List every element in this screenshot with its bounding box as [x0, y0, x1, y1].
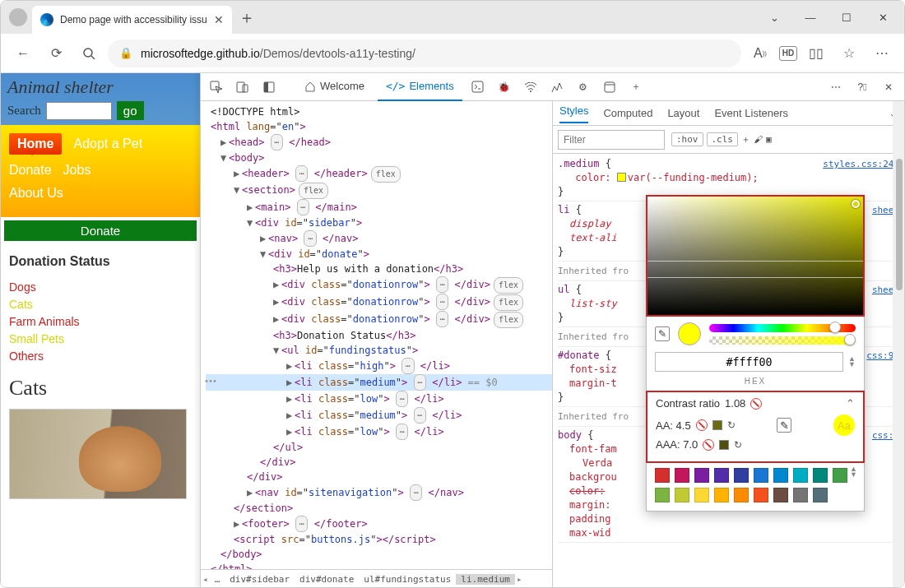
funding-small[interactable]: Small Pets — [9, 332, 192, 345]
chevron-up-icon[interactable]: ⌃ — [846, 397, 855, 410]
funding-others[interactable]: Others — [9, 350, 192, 363]
hex-input[interactable] — [655, 352, 843, 372]
contrast-section: Contrast ratio 1.08 ⌃ AA: 4.5 ↻ ✎ Aa — [646, 391, 865, 463]
browser-tab[interactable]: Demo page with accessibility issu ✕ — [32, 6, 232, 34]
palette-swatch[interactable] — [655, 488, 670, 502]
fail-icon — [696, 419, 708, 431]
bug-icon[interactable]: 🐞 — [494, 76, 515, 98]
more-tabs-icon[interactable]: ＋ — [625, 76, 647, 98]
nav-donate[interactable]: Donate — [9, 163, 52, 178]
settings-gear-icon[interactable]: ⚙ — [573, 76, 594, 98]
profile-button[interactable] — [4, 6, 32, 29]
reload-icon[interactable]: ↻ — [734, 439, 742, 451]
network-icon[interactable] — [520, 76, 541, 98]
site-nav: Home Adopt a Pet Donate Jobs About Us — [1, 125, 200, 217]
app-icon[interactable] — [599, 76, 620, 98]
overflow-icon[interactable]: ⋯ — [825, 76, 847, 98]
paint-icon[interactable]: 🖌 — [754, 134, 763, 145]
donate-button[interactable]: Donate — [4, 220, 197, 241]
performance-icon[interactable] — [546, 76, 568, 98]
close-window-button[interactable]: ✕ — [865, 4, 901, 30]
hue-slider[interactable] — [709, 324, 856, 332]
palette-swatch[interactable] — [754, 488, 768, 502]
close-tab-icon[interactable]: ✕ — [214, 13, 224, 26]
palette-swatch[interactable] — [793, 488, 808, 502]
inspect-icon[interactable] — [206, 76, 227, 98]
nav-about[interactable]: About Us — [9, 186, 63, 201]
search-input[interactable] — [46, 102, 112, 120]
scrollbar[interactable] — [893, 101, 904, 588]
url-field[interactable]: 🔒 microsoftedge.github.io/Demos/devtools… — [108, 39, 741, 67]
eyedropper-icon[interactable]: ✎ — [777, 418, 791, 433]
alpha-slider[interactable] — [709, 336, 856, 345]
hov-toggle[interactable]: :hov — [671, 132, 703, 146]
palette-swatch[interactable] — [734, 488, 749, 502]
tabs-dropdown-icon[interactable]: ⌄ — [756, 4, 792, 30]
funding-dogs[interactable]: Dogs — [9, 280, 192, 294]
palette-toggle-icon[interactable]: ▲▼ — [850, 466, 857, 478]
format-toggle-icon[interactable]: ▲▼ — [848, 356, 856, 368]
selected-dom-node[interactable]: ▶<li class="medium"> ⋯ </li> == $0 — [206, 374, 552, 391]
palette-swatch[interactable] — [813, 468, 828, 483]
dock-icon[interactable] — [258, 76, 280, 98]
read-aloud-icon[interactable]: A)) — [746, 39, 774, 67]
palette-swatch[interactable] — [793, 468, 808, 483]
tab-title: Demo page with accessibility issu — [60, 14, 207, 25]
palette-swatch[interactable] — [754, 468, 768, 483]
favorite-icon[interactable]: ☆ — [835, 39, 863, 67]
layout-tab[interactable]: Layout — [667, 107, 699, 119]
maximize-button[interactable]: ☐ — [828, 4, 865, 30]
dom-tree[interactable]: <!DOCTYPE html> <html lang="en"> ▶<head>… — [201, 101, 552, 569]
new-rule-icon[interactable]: ＋ — [741, 133, 750, 146]
palette-swatch[interactable] — [813, 488, 828, 502]
palette-swatch[interactable] — [694, 488, 709, 502]
flex-editor-icon[interactable]: ▣ — [766, 134, 772, 145]
reader-icon[interactable]: ▯▯ — [802, 39, 830, 67]
svg-rect-3 — [237, 82, 244, 92]
eyedropper-icon[interactable]: ✎ — [655, 326, 670, 341]
new-tab-button[interactable]: ＋ — [232, 7, 262, 29]
go-button[interactable]: go — [117, 101, 144, 120]
back-button[interactable]: ← — [9, 39, 37, 67]
funding-cats[interactable]: Cats — [9, 298, 192, 311]
donation-status-heading: Donation Status — [9, 254, 192, 269]
palette-swatch[interactable] — [833, 468, 847, 483]
source-link[interactable]: styles.css:246 — [823, 157, 899, 171]
hd-icon[interactable]: HD — [779, 46, 797, 61]
nav-jobs[interactable]: Jobs — [63, 163, 91, 178]
console-icon[interactable] — [467, 76, 489, 98]
device-icon[interactable] — [232, 76, 253, 98]
refresh-button[interactable]: ⟳ — [42, 39, 70, 67]
palette-swatch[interactable] — [675, 488, 689, 502]
palette-swatch[interactable] — [734, 468, 749, 483]
dom-tree-pane: <!DOCTYPE html> <html lang="en"> ▶<head>… — [201, 101, 553, 588]
nav-home[interactable]: Home — [9, 133, 62, 155]
styles-pane: Styles Computed Layout Event Listeners ⌄… — [553, 101, 904, 588]
minimize-button[interactable]: — — [792, 4, 828, 30]
reload-icon[interactable]: ↻ — [727, 419, 736, 431]
funding-farm[interactable]: Farm Animals — [9, 315, 192, 328]
event-listeners-tab[interactable]: Event Listeners — [714, 107, 788, 119]
styles-filter-input[interactable] — [558, 130, 665, 150]
styles-tab[interactable]: Styles — [559, 104, 588, 123]
tab-elements[interactable]: </>Elements — [378, 73, 462, 101]
palette-swatch[interactable] — [694, 468, 709, 483]
saturation-value-field[interactable] — [646, 195, 865, 317]
palette-swatch[interactable] — [773, 468, 788, 483]
palette-swatch[interactable] — [714, 468, 729, 483]
menu-button[interactable]: ⋯ — [868, 39, 896, 67]
search-button[interactable] — [75, 39, 103, 67]
color-swatch[interactable] — [617, 173, 626, 182]
computed-tab[interactable]: Computed — [603, 107, 652, 119]
palette-swatch[interactable] — [714, 488, 729, 502]
tab-welcome[interactable]: Welcome — [296, 73, 373, 101]
palette-swatch[interactable] — [773, 488, 788, 502]
cat-image — [9, 409, 187, 499]
palette-swatch[interactable] — [675, 468, 689, 483]
close-devtools-icon[interactable]: ✕ — [878, 76, 899, 98]
help-icon[interactable]: ?⃝ — [852, 76, 873, 98]
nav-adopt[interactable]: Adopt a Pet — [73, 137, 142, 151]
palette-swatch[interactable] — [655, 468, 670, 483]
breadcrumb[interactable]: ◂ … div#sidebar div#donate ul#fundingsta… — [201, 569, 552, 588]
cls-toggle[interactable]: .cls — [707, 132, 739, 146]
